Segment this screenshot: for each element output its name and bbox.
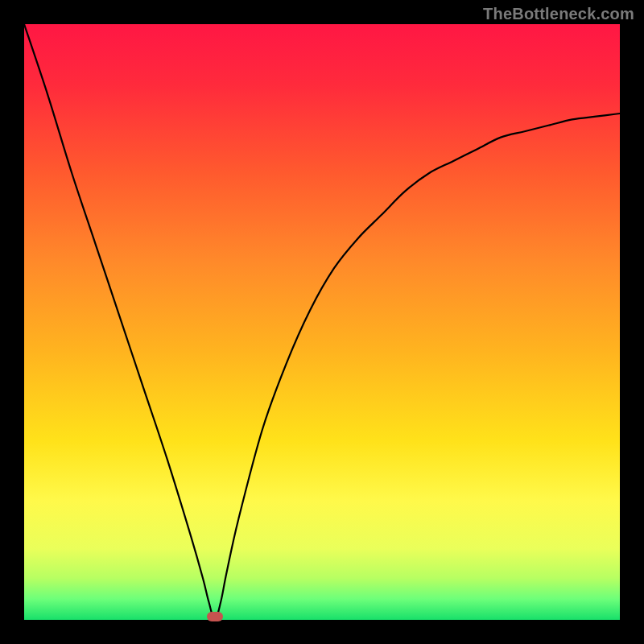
watermark-text: TheBottleneck.com [483, 5, 634, 23]
plot-area [24, 24, 620, 620]
chart-frame: TheBottleneck.com [0, 0, 644, 644]
chart-svg [24, 24, 620, 620]
gradient-background [24, 24, 620, 620]
minimum-marker [207, 612, 223, 621]
